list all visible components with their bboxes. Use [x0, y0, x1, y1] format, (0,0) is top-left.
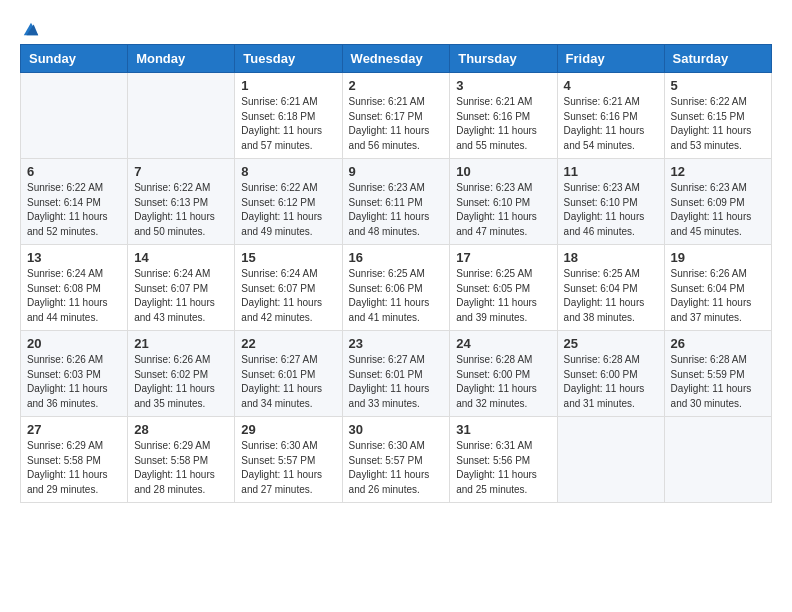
weekday-header-wednesday: Wednesday — [342, 45, 450, 73]
calendar-week-2: 6Sunrise: 6:22 AMSunset: 6:14 PMDaylight… — [21, 159, 772, 245]
cell-content: Sunrise: 6:22 AMSunset: 6:12 PMDaylight:… — [241, 181, 335, 239]
calendar-cell: 31Sunrise: 6:31 AMSunset: 5:56 PMDayligh… — [450, 417, 557, 503]
day-number: 9 — [349, 164, 444, 179]
cell-content: Sunrise: 6:26 AMSunset: 6:02 PMDaylight:… — [134, 353, 228, 411]
cell-content: Sunrise: 6:25 AMSunset: 6:04 PMDaylight:… — [564, 267, 658, 325]
calendar-cell: 17Sunrise: 6:25 AMSunset: 6:05 PMDayligh… — [450, 245, 557, 331]
day-number: 17 — [456, 250, 550, 265]
calendar-cell: 19Sunrise: 6:26 AMSunset: 6:04 PMDayligh… — [664, 245, 771, 331]
cell-content: Sunrise: 6:23 AMSunset: 6:10 PMDaylight:… — [456, 181, 550, 239]
calendar-cell — [128, 73, 235, 159]
logo — [20, 20, 40, 34]
calendar-cell: 9Sunrise: 6:23 AMSunset: 6:11 PMDaylight… — [342, 159, 450, 245]
cell-content: Sunrise: 6:22 AMSunset: 6:13 PMDaylight:… — [134, 181, 228, 239]
cell-content: Sunrise: 6:26 AMSunset: 6:03 PMDaylight:… — [27, 353, 121, 411]
day-number: 18 — [564, 250, 658, 265]
day-number: 2 — [349, 78, 444, 93]
calendar-cell: 13Sunrise: 6:24 AMSunset: 6:08 PMDayligh… — [21, 245, 128, 331]
day-number: 11 — [564, 164, 658, 179]
day-number: 16 — [349, 250, 444, 265]
calendar-cell: 6Sunrise: 6:22 AMSunset: 6:14 PMDaylight… — [21, 159, 128, 245]
calendar-cell: 15Sunrise: 6:24 AMSunset: 6:07 PMDayligh… — [235, 245, 342, 331]
calendar-cell — [21, 73, 128, 159]
cell-content: Sunrise: 6:24 AMSunset: 6:07 PMDaylight:… — [241, 267, 335, 325]
calendar-cell: 4Sunrise: 6:21 AMSunset: 6:16 PMDaylight… — [557, 73, 664, 159]
weekday-header-friday: Friday — [557, 45, 664, 73]
cell-content: Sunrise: 6:27 AMSunset: 6:01 PMDaylight:… — [241, 353, 335, 411]
cell-content: Sunrise: 6:21 AMSunset: 6:17 PMDaylight:… — [349, 95, 444, 153]
day-number: 22 — [241, 336, 335, 351]
calendar-cell: 14Sunrise: 6:24 AMSunset: 6:07 PMDayligh… — [128, 245, 235, 331]
calendar-cell: 5Sunrise: 6:22 AMSunset: 6:15 PMDaylight… — [664, 73, 771, 159]
day-number: 12 — [671, 164, 765, 179]
calendar-cell — [557, 417, 664, 503]
calendar-cell: 10Sunrise: 6:23 AMSunset: 6:10 PMDayligh… — [450, 159, 557, 245]
cell-content: Sunrise: 6:21 AMSunset: 6:16 PMDaylight:… — [564, 95, 658, 153]
calendar-cell: 3Sunrise: 6:21 AMSunset: 6:16 PMDaylight… — [450, 73, 557, 159]
weekday-header-sunday: Sunday — [21, 45, 128, 73]
calendar-week-5: 27Sunrise: 6:29 AMSunset: 5:58 PMDayligh… — [21, 417, 772, 503]
cell-content: Sunrise: 6:25 AMSunset: 6:05 PMDaylight:… — [456, 267, 550, 325]
calendar-cell: 8Sunrise: 6:22 AMSunset: 6:12 PMDaylight… — [235, 159, 342, 245]
calendar-cell: 21Sunrise: 6:26 AMSunset: 6:02 PMDayligh… — [128, 331, 235, 417]
cell-content: Sunrise: 6:21 AMSunset: 6:16 PMDaylight:… — [456, 95, 550, 153]
calendar-cell: 1Sunrise: 6:21 AMSunset: 6:18 PMDaylight… — [235, 73, 342, 159]
calendar-cell — [664, 417, 771, 503]
day-number: 21 — [134, 336, 228, 351]
day-number: 13 — [27, 250, 121, 265]
cell-content: Sunrise: 6:23 AMSunset: 6:09 PMDaylight:… — [671, 181, 765, 239]
logo-icon — [22, 20, 40, 38]
cell-content: Sunrise: 6:28 AMSunset: 6:00 PMDaylight:… — [456, 353, 550, 411]
weekday-header-row: SundayMondayTuesdayWednesdayThursdayFrid… — [21, 45, 772, 73]
day-number: 23 — [349, 336, 444, 351]
calendar-cell: 26Sunrise: 6:28 AMSunset: 5:59 PMDayligh… — [664, 331, 771, 417]
day-number: 5 — [671, 78, 765, 93]
calendar-cell: 23Sunrise: 6:27 AMSunset: 6:01 PMDayligh… — [342, 331, 450, 417]
weekday-header-monday: Monday — [128, 45, 235, 73]
calendar-cell: 24Sunrise: 6:28 AMSunset: 6:00 PMDayligh… — [450, 331, 557, 417]
day-number: 6 — [27, 164, 121, 179]
calendar-cell: 27Sunrise: 6:29 AMSunset: 5:58 PMDayligh… — [21, 417, 128, 503]
day-number: 26 — [671, 336, 765, 351]
cell-content: Sunrise: 6:29 AMSunset: 5:58 PMDaylight:… — [27, 439, 121, 497]
calendar-cell: 20Sunrise: 6:26 AMSunset: 6:03 PMDayligh… — [21, 331, 128, 417]
cell-content: Sunrise: 6:22 AMSunset: 6:15 PMDaylight:… — [671, 95, 765, 153]
page-header — [20, 20, 772, 34]
day-number: 14 — [134, 250, 228, 265]
cell-content: Sunrise: 6:25 AMSunset: 6:06 PMDaylight:… — [349, 267, 444, 325]
calendar-cell: 18Sunrise: 6:25 AMSunset: 6:04 PMDayligh… — [557, 245, 664, 331]
weekday-header-tuesday: Tuesday — [235, 45, 342, 73]
cell-content: Sunrise: 6:30 AMSunset: 5:57 PMDaylight:… — [349, 439, 444, 497]
day-number: 30 — [349, 422, 444, 437]
cell-content: Sunrise: 6:30 AMSunset: 5:57 PMDaylight:… — [241, 439, 335, 497]
day-number: 27 — [27, 422, 121, 437]
weekday-header-thursday: Thursday — [450, 45, 557, 73]
weekday-header-saturday: Saturday — [664, 45, 771, 73]
cell-content: Sunrise: 6:24 AMSunset: 6:07 PMDaylight:… — [134, 267, 228, 325]
day-number: 7 — [134, 164, 228, 179]
day-number: 8 — [241, 164, 335, 179]
cell-content: Sunrise: 6:28 AMSunset: 6:00 PMDaylight:… — [564, 353, 658, 411]
cell-content: Sunrise: 6:23 AMSunset: 6:10 PMDaylight:… — [564, 181, 658, 239]
calendar-cell: 7Sunrise: 6:22 AMSunset: 6:13 PMDaylight… — [128, 159, 235, 245]
day-number: 1 — [241, 78, 335, 93]
day-number: 10 — [456, 164, 550, 179]
cell-content: Sunrise: 6:26 AMSunset: 6:04 PMDaylight:… — [671, 267, 765, 325]
cell-content: Sunrise: 6:24 AMSunset: 6:08 PMDaylight:… — [27, 267, 121, 325]
calendar-cell: 30Sunrise: 6:30 AMSunset: 5:57 PMDayligh… — [342, 417, 450, 503]
cell-content: Sunrise: 6:28 AMSunset: 5:59 PMDaylight:… — [671, 353, 765, 411]
day-number: 4 — [564, 78, 658, 93]
cell-content: Sunrise: 6:23 AMSunset: 6:11 PMDaylight:… — [349, 181, 444, 239]
calendar-cell: 22Sunrise: 6:27 AMSunset: 6:01 PMDayligh… — [235, 331, 342, 417]
day-number: 20 — [27, 336, 121, 351]
cell-content: Sunrise: 6:22 AMSunset: 6:14 PMDaylight:… — [27, 181, 121, 239]
cell-content: Sunrise: 6:27 AMSunset: 6:01 PMDaylight:… — [349, 353, 444, 411]
calendar-cell: 28Sunrise: 6:29 AMSunset: 5:58 PMDayligh… — [128, 417, 235, 503]
cell-content: Sunrise: 6:21 AMSunset: 6:18 PMDaylight:… — [241, 95, 335, 153]
day-number: 15 — [241, 250, 335, 265]
calendar-week-4: 20Sunrise: 6:26 AMSunset: 6:03 PMDayligh… — [21, 331, 772, 417]
cell-content: Sunrise: 6:29 AMSunset: 5:58 PMDaylight:… — [134, 439, 228, 497]
calendar-week-3: 13Sunrise: 6:24 AMSunset: 6:08 PMDayligh… — [21, 245, 772, 331]
calendar-cell: 29Sunrise: 6:30 AMSunset: 5:57 PMDayligh… — [235, 417, 342, 503]
calendar-cell: 2Sunrise: 6:21 AMSunset: 6:17 PMDaylight… — [342, 73, 450, 159]
